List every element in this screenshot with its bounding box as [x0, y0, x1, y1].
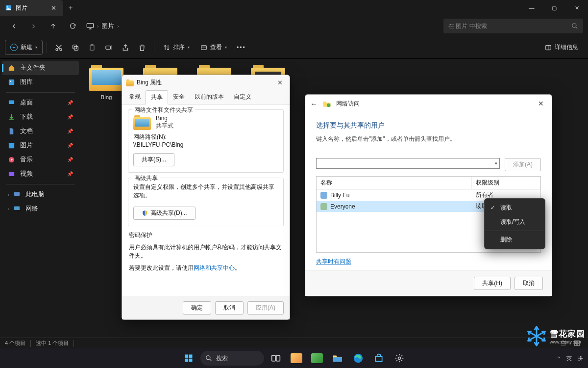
- cancel-button[interactable]: 取消: [215, 301, 244, 315]
- snowflake-icon: [525, 325, 548, 347]
- close-button[interactable]: ✕: [274, 78, 286, 87]
- search-icon: [205, 355, 212, 362]
- sort-icon: [163, 44, 170, 51]
- share-button[interactable]: 共享(S)...: [133, 153, 174, 166]
- close-button[interactable]: ✕: [535, 99, 547, 108]
- download-icon: [8, 113, 15, 121]
- svg-point-29: [206, 356, 210, 360]
- svg-rect-2: [87, 24, 93, 28]
- address-bar[interactable]: › 图片 ›: [86, 22, 119, 30]
- taskbar-app[interactable]: [288, 349, 305, 367]
- cut-button[interactable]: [51, 41, 67, 54]
- add-button[interactable]: 添加(A): [505, 158, 541, 171]
- back-arrow-icon[interactable]: ←: [310, 100, 318, 108]
- tab-general[interactable]: 常规: [124, 90, 146, 104]
- advanced-share-button[interactable]: 高级共享(D)...: [133, 207, 196, 220]
- user-combo[interactable]: ▾: [316, 158, 500, 169]
- delete-button[interactable]: [134, 41, 150, 54]
- copy-button[interactable]: [68, 41, 83, 54]
- sidebar-item-home[interactable]: 主文件夹: [2, 61, 79, 75]
- paste-button[interactable]: [84, 41, 100, 54]
- share-button[interactable]: [118, 41, 133, 54]
- svg-rect-18: [9, 172, 14, 176]
- network-center-link[interactable]: 网络和共享中心: [194, 264, 235, 271]
- sort-button[interactable]: 排序▾: [158, 40, 195, 54]
- ok-button[interactable]: 确定: [183, 301, 211, 315]
- tab-close-icon[interactable]: ✕: [51, 4, 56, 12]
- svg-rect-30: [272, 355, 276, 361]
- new-button[interactable]: + 新建 ▾: [5, 40, 43, 55]
- sidebar-item-network[interactable]: ›网络: [2, 202, 79, 216]
- sidebar-item-documents[interactable]: 文档📌: [2, 124, 79, 138]
- tab-security[interactable]: 安全: [168, 90, 190, 104]
- tab-customize[interactable]: 自定义: [229, 90, 256, 104]
- svg-rect-6: [74, 46, 78, 50]
- pictures-icon: [8, 142, 15, 149]
- ime-indicator[interactable]: 拼: [578, 355, 583, 362]
- trouble-link[interactable]: 共享时有问题: [316, 258, 351, 265]
- menu-item-readwrite[interactable]: 读取/写入: [485, 215, 545, 229]
- ime-indicator[interactable]: 英: [566, 355, 572, 362]
- wizard-heading: 选择要与其共享的用户: [316, 121, 541, 130]
- dialog-titlebar[interactable]: Bing 属性 ✕: [122, 75, 290, 90]
- search-input[interactable]: 在 图片 中搜索: [443, 19, 583, 33]
- properties-dialog: Bing 属性 ✕ 常规 共享 安全 以前的版本 自定义 网络文件和文件夹共享 …: [122, 75, 290, 320]
- taskbar-store[interactable]: [370, 349, 388, 367]
- tray-chevron-icon[interactable]: ⌃: [557, 356, 561, 361]
- taskview-button[interactable]: [267, 349, 285, 367]
- pin-icon: 📌: [67, 100, 73, 105]
- svg-rect-11: [201, 45, 207, 49]
- desktop-icon: [8, 99, 15, 106]
- more-button[interactable]: •••: [233, 41, 250, 54]
- pictures-icon: [5, 4, 12, 11]
- sidebar-item-gallery[interactable]: 图库: [2, 75, 79, 89]
- menu-item-delete[interactable]: 删除: [485, 233, 545, 247]
- col-name[interactable]: 名称: [317, 177, 472, 189]
- svg-rect-15: [9, 101, 14, 105]
- tab-sharing[interactable]: 共享: [146, 90, 168, 105]
- minimize-button[interactable]: —: [520, 0, 543, 16]
- breadcrumb-item[interactable]: 图片: [101, 22, 114, 30]
- taskbar-app[interactable]: [308, 349, 326, 367]
- svg-point-33: [398, 357, 401, 360]
- start-button[interactable]: [180, 349, 197, 367]
- back-button[interactable]: [5, 17, 23, 35]
- shield-icon: [142, 210, 148, 216]
- view-button[interactable]: 查看▾: [196, 40, 232, 54]
- col-permission[interactable]: 权限级别: [472, 177, 540, 189]
- table-header: 名称 权限级别: [316, 176, 541, 189]
- menu-item-read[interactable]: ✓读取: [485, 201, 545, 215]
- details-button[interactable]: 详细信息: [540, 40, 583, 54]
- rename-button[interactable]: [101, 41, 117, 54]
- new-tab-button[interactable]: ＋: [63, 3, 78, 12]
- tab-previous-versions[interactable]: 以前的版本: [190, 90, 229, 104]
- folder-bing[interactable]: Bing: [86, 65, 127, 100]
- sidebar-item-desktop[interactable]: 桌面📌: [2, 96, 79, 110]
- maximize-button[interactable]: ▢: [543, 0, 565, 16]
- up-button[interactable]: [44, 17, 62, 35]
- apply-button[interactable]: 应用(A): [247, 301, 284, 315]
- sidebar-item-pictures[interactable]: 图片📌: [2, 138, 79, 153]
- close-button[interactable]: ✕: [565, 0, 588, 16]
- cancel-button[interactable]: 取消: [514, 277, 543, 290]
- wizard-header[interactable]: ← 网络访问 ✕: [305, 95, 552, 112]
- taskbar-explorer[interactable]: [329, 349, 346, 367]
- window-tab[interactable]: 图片 ✕: [0, 0, 63, 16]
- forward-button[interactable]: [24, 17, 42, 35]
- taskbar-settings[interactable]: [391, 349, 408, 367]
- dialog-tabs: 常规 共享 安全 以前的版本 自定义: [122, 90, 290, 105]
- refresh-button[interactable]: [64, 17, 81, 35]
- store-icon: [374, 353, 384, 363]
- sidebar-item-downloads[interactable]: 下载📌: [2, 110, 79, 124]
- windows-icon: [184, 353, 194, 363]
- share-button[interactable]: 共享(H): [474, 277, 511, 290]
- taskbar-edge[interactable]: [349, 349, 367, 367]
- dialog-title: Bing 属性: [137, 79, 162, 87]
- item-count: 4 个项目: [5, 340, 25, 347]
- sidebar-item-videos[interactable]: 视频📌: [2, 167, 79, 181]
- taskbar-search[interactable]: 搜索: [200, 351, 264, 366]
- sidebar-item-thispc[interactable]: ›此电脑: [2, 187, 79, 202]
- advanced-share-group: 高级共享 设置自定义权限，创建多个共享，并设置其他高级共享选项。 高级共享(D)…: [128, 178, 284, 226]
- music-icon: [8, 156, 15, 163]
- sidebar-item-music[interactable]: 音乐📌: [2, 153, 79, 167]
